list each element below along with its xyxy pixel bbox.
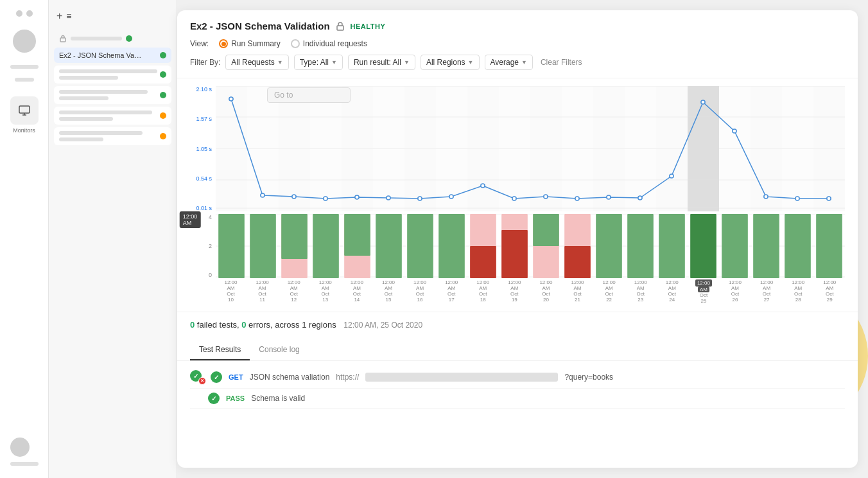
test-url-bar-1 — [365, 373, 558, 382]
x-label-5: 12:00 AM Oct 15 — [373, 279, 403, 304]
filter-run-result[interactable]: Run result: All ▼ — [348, 55, 415, 70]
svg-rect-71 — [659, 214, 685, 278]
results-tabs: Test Results Console log — [177, 340, 858, 361]
view-label: View: — [190, 39, 209, 48]
errors-count: 0 — [241, 320, 246, 330]
svg-rect-15 — [593, 86, 625, 211]
failed-tests-label: failed tests, — [197, 320, 239, 330]
clear-filters-button[interactable]: Clear Filters — [541, 58, 582, 67]
filter-icon[interactable]: ≡ — [66, 11, 71, 21]
monitor-placeholder-3[interactable] — [54, 86, 171, 104]
svg-point-47 — [827, 197, 831, 200]
svg-point-39 — [575, 197, 579, 200]
status-dot-1 — [160, 52, 166, 58]
filter-type-label: Type: All — [300, 58, 329, 67]
sidebar-line-2 — [15, 78, 34, 82]
placeholder-lines-3 — [59, 90, 157, 100]
radio-circle-2 — [291, 39, 300, 48]
check-circle-2: ✓ — [211, 371, 222, 383]
checkmark-1: ✓ — [193, 373, 198, 380]
svg-point-44 — [733, 129, 736, 133]
test-desc-1: Schema is valid — [251, 394, 305, 403]
sidebar-dot-2 — [26, 10, 33, 17]
svg-point-42 — [670, 174, 673, 178]
svg-rect-58 — [376, 214, 402, 278]
test-results: ✓ ✕ ✓ GET JSON schema valiation https://… — [177, 361, 858, 414]
sidebar-monitors-label: Monitors — [10, 127, 39, 134]
filter-all-requests-label: All Requests — [231, 58, 274, 67]
svg-point-38 — [544, 195, 548, 199]
svg-rect-0 — [19, 106, 30, 113]
main-content: Ex2 - JSON Schema Validation HEALTHY Vie… — [177, 10, 858, 468]
svg-rect-5 — [279, 86, 310, 211]
sidebar-bottom-avatar — [10, 438, 30, 457]
chevron-average: ▼ — [521, 59, 527, 66]
monitor-list-item-selected[interactable]: Ex2 - JSON Schema Validation — [54, 48, 171, 63]
x-label-6: 12:00 AM Oct 16 — [405, 279, 435, 304]
monitor-placeholder-2[interactable] — [54, 66, 171, 84]
view-row: View: Run Summary Individual requests — [190, 39, 845, 48]
svg-rect-21 — [782, 86, 813, 211]
tab-console-log[interactable]: Console log — [250, 340, 308, 360]
x-label-0: 12:00 AM Oct 10 — [216, 279, 246, 304]
svg-rect-75 — [785, 214, 811, 278]
svg-point-34 — [418, 197, 422, 200]
svg-point-46 — [795, 197, 799, 200]
svg-rect-6 — [310, 86, 342, 211]
x-axis-labels: 12:00 AM Oct 10 12:00 AM Oct 11 12:00 AM… — [190, 279, 845, 304]
svg-rect-16 — [625, 86, 656, 211]
x-label-14: 12:00 AM Oct 24 — [657, 279, 687, 304]
x-label-row: 12:00 AM Oct 10 12:00 AM Oct 11 12:00 AM… — [216, 279, 845, 304]
filter-average-label: Average — [490, 58, 519, 67]
radio-inner-1 — [221, 42, 226, 46]
method-badge-get: GET — [229, 373, 243, 381]
radio-individual[interactable]: Individual requests — [291, 39, 367, 48]
svg-point-32 — [355, 195, 359, 199]
status-dot-2 — [160, 71, 166, 78]
check-circle-red-1: ✕ — [198, 377, 206, 385]
svg-point-45 — [764, 195, 768, 199]
bar-y-2: 2 — [209, 243, 212, 249]
monitor-list-panel: + ≡ Ex2 - JSON Schema Validation — [49, 0, 177, 478]
summary-time: 12:00 AM, 25 Oct 2020 — [343, 321, 422, 330]
add-monitor-icon[interactable]: + — [56, 10, 62, 22]
svg-rect-69 — [596, 214, 622, 278]
sidebar-avatar — [13, 30, 36, 53]
filter-label: Filter By: — [190, 58, 220, 67]
svg-rect-51 — [218, 214, 245, 278]
filter-average[interactable]: Average ▼ — [485, 55, 533, 70]
svg-rect-59 — [407, 214, 433, 278]
x-label-2: 12:00 AM Oct 12 — [279, 279, 309, 304]
sidebar: Monitors — [0, 0, 49, 478]
x-label-12: 12:00 AM Oct 22 — [594, 279, 624, 304]
chevron-all-requests: ▼ — [277, 59, 283, 66]
x-label-7: 12:00 AM Oct 17 — [437, 279, 467, 304]
radio-label-2: Individual requests — [303, 39, 367, 48]
svg-rect-19 — [719, 86, 751, 211]
placeholder-lines-2 — [59, 69, 157, 80]
table-row: ✓ ✕ ✓ GET JSON schema valiation https://… — [190, 366, 845, 389]
filter-type[interactable]: Type: All ▼ — [294, 55, 343, 70]
goto-placeholder: Go to — [274, 91, 293, 100]
sidebar-line-1 — [10, 65, 39, 69]
lock-row — [54, 32, 171, 45]
svg-rect-8 — [373, 86, 404, 211]
filter-regions[interactable]: All Regions ▼ — [421, 55, 480, 70]
svg-point-31 — [324, 197, 327, 200]
test-url-prefix-1: https:// — [336, 373, 359, 382]
goto-input[interactable]: Go to — [267, 87, 351, 103]
status-dot-5 — [160, 133, 166, 139]
pass-badge: PASS — [226, 394, 245, 402]
tab-test-results[interactable]: Test Results — [190, 340, 250, 360]
svg-rect-14 — [562, 86, 593, 211]
filter-all-requests[interactable]: All Requests ▼ — [225, 55, 288, 70]
monitor-placeholder-4[interactable] — [54, 107, 171, 125]
svg-rect-52 — [250, 214, 276, 278]
svg-rect-20 — [751, 86, 782, 211]
monitor-placeholder-5[interactable] — [54, 127, 171, 145]
y-axis-labels: 2.10 s 1.57 s 1.05 s 0.54 s 0.01 s — [190, 86, 214, 211]
sidebar-nav-monitors[interactable] — [10, 96, 39, 125]
radio-run-summary[interactable]: Run Summary — [219, 39, 281, 48]
x-label-13: 12:00 AM Oct 23 — [625, 279, 655, 304]
bar-y-4: 4 — [209, 214, 212, 220]
